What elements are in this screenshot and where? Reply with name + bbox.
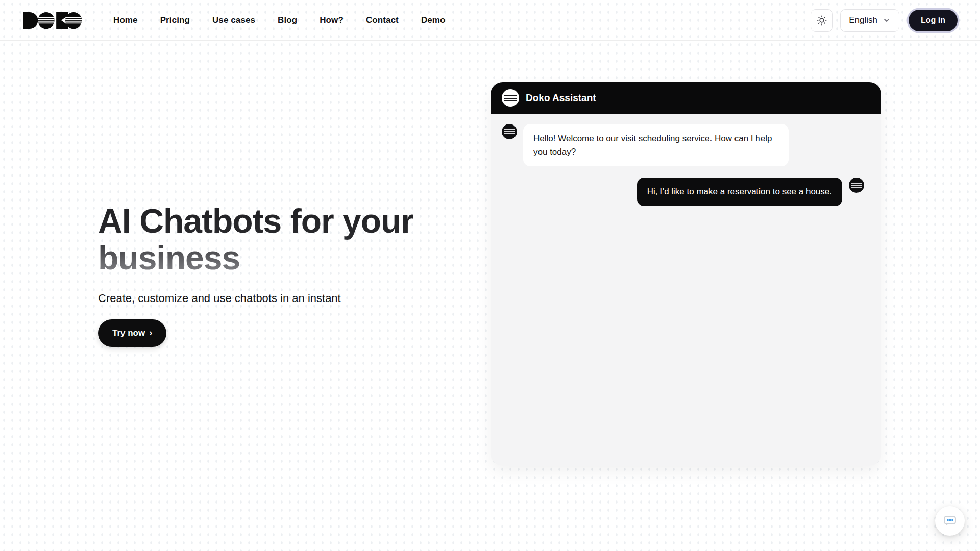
sun-icon bbox=[816, 15, 827, 26]
chat-message-list: Hello! Welcome to our visit scheduling s… bbox=[491, 114, 881, 216]
hero-subtitle: Create, customize and use chatbots in an… bbox=[98, 292, 506, 305]
hero-title: AI Chatbots for your business bbox=[98, 203, 496, 277]
hero-section: AI Chatbots for your business Create, cu… bbox=[98, 203, 506, 347]
nav-right-cluster: English Log in bbox=[811, 9, 958, 32]
nav-item-how[interactable]: How? bbox=[320, 15, 344, 26]
chat-widget: Doko Assistant Hello! Welcome to our vis… bbox=[491, 82, 881, 466]
chat-widget-header: Doko Assistant bbox=[491, 82, 881, 114]
top-nav: Home Pricing Use cases Blog How? Contact… bbox=[0, 0, 980, 41]
doko-logo[interactable] bbox=[22, 11, 83, 30]
bot-avatar bbox=[502, 124, 517, 139]
theme-toggle-button[interactable] bbox=[811, 9, 833, 32]
nav-links: Home Pricing Use cases Blog How? Contact… bbox=[113, 15, 446, 26]
avatar-stripes bbox=[851, 183, 863, 188]
assistant-avatar bbox=[502, 89, 519, 107]
login-button[interactable]: Log in bbox=[909, 10, 958, 31]
avatar-stripes bbox=[504, 129, 516, 134]
try-now-button[interactable]: Try now › bbox=[98, 319, 166, 347]
nav-item-pricing[interactable]: Pricing bbox=[160, 15, 190, 26]
user-message-bubble: Hi, I'd like to make a reservation to se… bbox=[637, 178, 842, 206]
chat-message-user: Hi, I'd like to make a reservation to se… bbox=[502, 178, 870, 206]
language-selected-label: English bbox=[849, 15, 877, 26]
nav-item-blog[interactable]: Blog bbox=[278, 15, 297, 26]
nav-item-home[interactable]: Home bbox=[113, 15, 138, 26]
chevron-right-icon: › bbox=[149, 328, 152, 337]
nav-item-demo[interactable]: Demo bbox=[421, 15, 446, 26]
chevron-down-icon bbox=[883, 16, 891, 24]
try-now-label: Try now bbox=[112, 328, 145, 338]
chat-bubble-icon bbox=[942, 513, 958, 529]
nav-item-use-cases[interactable]: Use cases bbox=[212, 15, 255, 26]
chat-message-bot: Hello! Welcome to our visit scheduling s… bbox=[502, 124, 870, 166]
avatar-stripes bbox=[504, 95, 517, 101]
user-avatar bbox=[849, 178, 864, 193]
chat-widget-title: Doko Assistant bbox=[526, 92, 596, 104]
nav-item-contact[interactable]: Contact bbox=[366, 15, 399, 26]
doko-logo-icon bbox=[22, 11, 83, 30]
language-dropdown[interactable]: English bbox=[840, 9, 899, 32]
chat-fab-button[interactable] bbox=[935, 506, 965, 536]
bot-message-bubble: Hello! Welcome to our visit scheduling s… bbox=[523, 124, 789, 166]
